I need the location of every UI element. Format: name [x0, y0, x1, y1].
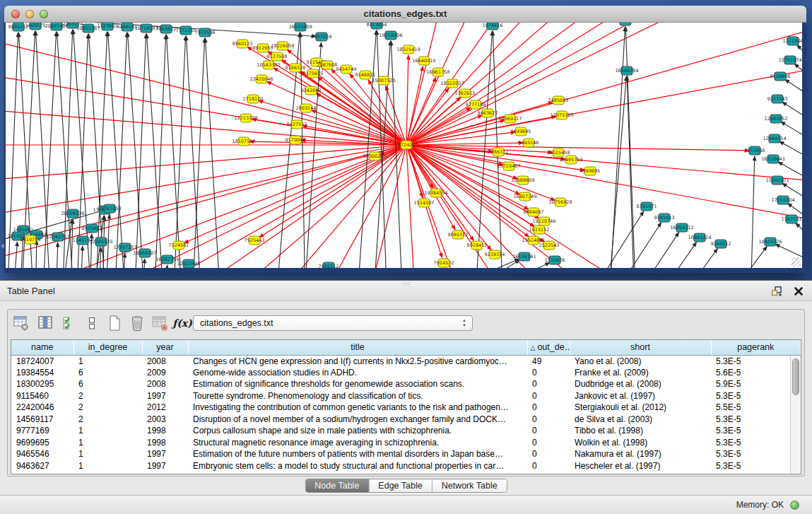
graph-node[interactable]: 15887520 — [372, 76, 395, 85]
table-row[interactable]: 977716911998Corpus callosum shape and si… — [11, 425, 801, 437]
table-cell[interactable]: 6 — [73, 378, 142, 390]
table-settings-icon[interactable] — [12, 313, 30, 333]
graph-node[interactable]: 9227343 — [767, 95, 788, 103]
graph-node[interactable]: 9127508 — [267, 52, 288, 61]
new-table-icon[interactable] — [105, 313, 124, 333]
table-cell[interactable]: 5.3E-5 — [711, 425, 801, 437]
graph-node[interactable]: 16961758 — [426, 68, 449, 76]
graph-edge[interactable] — [154, 35, 166, 268]
graph-edge[interactable] — [6, 145, 406, 184]
table-row[interactable]: 969969511998Structural magnetic resonanc… — [11, 437, 801, 449]
graph-edge[interactable] — [609, 27, 625, 268]
graph-node[interactable]: 8215958 — [745, 146, 765, 155]
graph-node[interactable]: 18325419 — [396, 45, 420, 54]
graph-node[interactable]: 9699695 — [511, 127, 531, 136]
delete-trash-icon[interactable] — [128, 313, 146, 333]
table-row[interactable]: 2242004622012Investigating the contribut… — [11, 402, 801, 414]
table-cell[interactable]: Structural magnetic resonance image aver… — [188, 437, 527, 449]
table-cell[interactable]: 1998 — [142, 425, 188, 437]
graph-edge[interactable] — [675, 248, 717, 268]
graph-node[interactable]: 18322037 — [440, 79, 464, 88]
graph-node[interactable]: 7171355 — [176, 26, 196, 35]
graph-node[interactable]: 16648784 — [615, 66, 638, 75]
graph-node[interactable]: 1167531 — [782, 215, 802, 223]
graph-node[interactable]: 1615152 — [529, 226, 550, 234]
table-cell[interactable]: Estimation of the future numbers of pati… — [188, 448, 527, 460]
table-cell[interactable]: 14569117 — [11, 414, 73, 426]
graph-node[interactable]: 15720407 — [497, 162, 520, 170]
graph-node[interactable]: 9170048 — [286, 136, 306, 144]
graph-node[interactable]: 19495759 — [559, 156, 582, 164]
graph-node[interactable]: 9463627 — [478, 109, 498, 117]
table-cell[interactable]: Disruption of a novel member of a sodium… — [188, 414, 527, 426]
table-cell[interactable]: 2003 — [142, 414, 188, 426]
graph-node[interactable]: 10543382 — [257, 61, 280, 69]
table-cell[interactable]: 22420046 — [11, 402, 73, 414]
graph-node[interactable]: 9191413 — [654, 214, 675, 222]
graph-edge[interactable] — [128, 33, 145, 268]
table-cell[interactable]: 0 — [527, 402, 570, 414]
graph-node[interactable]: 2867608 — [317, 61, 338, 69]
table-cell[interactable]: 1998 — [142, 437, 188, 449]
table-cell[interactable]: 2 — [73, 402, 142, 414]
graph-node[interactable]: 9095312 — [448, 230, 469, 239]
table-cell[interactable]: 0 — [527, 425, 570, 437]
float-panel-icon[interactable] — [771, 286, 782, 300]
table-cell[interactable]: 9699695 — [11, 437, 73, 449]
graph-node[interactable]: 2718120 — [243, 95, 264, 103]
table-cell[interactable]: Franke et al. (2009) — [570, 367, 711, 379]
graph-edge[interactable] — [35, 240, 37, 268]
table-select-dropdown[interactable]: citations_edges.txt ▲▼ — [193, 315, 473, 331]
table-row[interactable]: 1456911722003Disruption of a novel membe… — [11, 414, 801, 426]
table-cell[interactable]: 5.5E-5 — [711, 402, 801, 414]
table-cell[interactable]: 1997 — [142, 460, 188, 472]
graph-node[interactable]: 16958107 — [133, 249, 156, 257]
graph-node[interactable]: 1527602 — [98, 23, 118, 30]
graph-edge[interactable] — [147, 34, 164, 268]
table-cell[interactable]: de Silva et al. (2003) — [570, 414, 711, 426]
graph-node[interactable]: 2522543 — [539, 241, 560, 250]
table-cell[interactable]: 1 — [73, 437, 142, 449]
graph-node[interactable]: 7525443 — [245, 236, 265, 245]
graph-node[interactable]: 16954212 — [670, 223, 693, 232]
graph-node[interactable]: 9777169 — [466, 100, 486, 109]
graph-node[interactable]: 12505135 — [89, 238, 112, 246]
graph-node[interactable]: 8813054 — [367, 23, 387, 29]
tab-network-table[interactable]: Network Table — [432, 479, 507, 492]
table-cell[interactable]: 0 — [527, 378, 570, 390]
graph-edge[interactable] — [143, 259, 145, 268]
table-cell[interactable]: Nakamura et al. (1997) — [570, 448, 711, 460]
graph-node[interactable]: 19384554 — [424, 189, 447, 197]
column-header-year[interactable]: year — [142, 340, 188, 355]
graph-edge[interactable] — [724, 246, 767, 268]
graph-edge[interactable] — [13, 242, 17, 268]
graph-node[interactable]: 1733426 — [545, 256, 565, 264]
column-header-title[interactable]: title — [188, 340, 527, 355]
row-checks-icon[interactable] — [60, 313, 78, 333]
graph-node[interactable]: 1514307 — [414, 199, 435, 207]
graph-node[interactable]: 1074416 — [483, 23, 503, 30]
graph-node[interactable]: 21261053 — [98, 204, 121, 213]
table-cell[interactable]: Dudbridge et al. (2008) — [570, 378, 711, 390]
table-cell[interactable]: 6 — [73, 367, 142, 379]
table-cell[interactable]: 1 — [73, 355, 142, 367]
table-cell[interactable]: Wolkin et al. (1998) — [570, 437, 711, 449]
table-cell[interactable]: 2 — [73, 390, 142, 402]
graph-node[interactable]: 9242848 — [301, 86, 322, 95]
table-cell[interactable]: Stergiakouli et al. (2012) — [570, 402, 711, 414]
graph-node[interactable]: 12213379 — [234, 114, 257, 122]
graph-edge[interactable] — [56, 243, 58, 268]
graph-node[interactable]: 12923448 — [177, 259, 200, 268]
graph-node[interactable]: 7924532 — [434, 259, 454, 267]
graph-node[interactable]: 19120746 — [532, 217, 555, 226]
column-header-in-degree[interactable]: in_degree — [73, 340, 142, 355]
table-cell[interactable]: Yano et al. (2008) — [570, 355, 711, 367]
graph-node[interactable]: 18226058 — [271, 42, 294, 50]
table-cell[interactable]: 18300295 — [11, 378, 73, 390]
table-cell[interactable]: 2009 — [142, 367, 188, 379]
graph-node[interactable]: 9899695 — [580, 167, 601, 175]
graph-node[interactable]: 7524561 — [169, 241, 189, 250]
select-columns-icon[interactable] — [36, 313, 54, 333]
table-cell[interactable]: Changes of HCN gene expression and I(f) … — [188, 355, 527, 367]
table-cell[interactable]: Jankovic et al. (1997) — [570, 390, 711, 402]
